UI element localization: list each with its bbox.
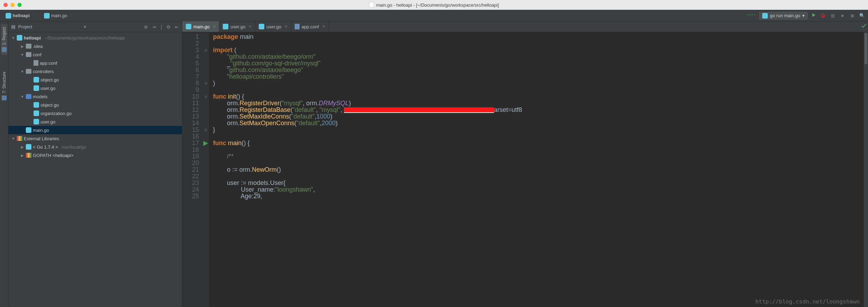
close-window-button[interactable] bbox=[3, 3, 8, 7]
expand-arrow-icon[interactable]: ▼ bbox=[11, 36, 15, 40]
tree-item-label: models bbox=[33, 94, 47, 99]
tree-item[interactable]: ▶.idea bbox=[8, 42, 182, 50]
gopher-icon bbox=[762, 13, 768, 19]
build-indicator-icon[interactable]: ⁰¹⁰¹ bbox=[746, 13, 756, 18]
minimize-window-button[interactable] bbox=[10, 3, 15, 7]
analysis-ok-icon[interactable] bbox=[861, 23, 867, 29]
toolbar-right: ⁰¹⁰¹ go run main.go ▾ 🐞 ▦ ■ ▣ 🔍 bbox=[746, 12, 865, 20]
expand-arrow-icon[interactable]: ▶ bbox=[20, 154, 24, 157]
editor-tab[interactable]: user.go× bbox=[219, 21, 255, 32]
fold-toggle[interactable]: ⊖ bbox=[203, 47, 209, 53]
editor-tab[interactable]: main.go× bbox=[182, 21, 219, 32]
tree-item[interactable]: ▼controllers bbox=[8, 67, 182, 76]
file-icon bbox=[369, 2, 374, 8]
breadcrumb-file[interactable]: main.go 〉 bbox=[41, 12, 77, 20]
hide-panel-icon[interactable]: ⇤ bbox=[175, 24, 179, 30]
run-config-selector[interactable]: go run main.go ▾ bbox=[759, 12, 808, 20]
fold-toggle[interactable]: ⊖ bbox=[203, 80, 209, 87]
fold-toggle bbox=[203, 180, 209, 186]
gopher-icon bbox=[34, 85, 39, 91]
tree-item-label: object.go bbox=[41, 102, 59, 108]
close-tab-icon[interactable]: × bbox=[285, 24, 287, 29]
collapse-icon[interactable]: ⇸ bbox=[152, 24, 156, 30]
structure-tool-icon bbox=[2, 95, 7, 100]
tree-item[interactable]: ▶user.go bbox=[8, 117, 182, 126]
run-button[interactable] bbox=[811, 13, 816, 19]
tree-item-label: .idea bbox=[33, 44, 43, 49]
tree-item[interactable]: ▼conf bbox=[8, 50, 182, 59]
gopher-icon bbox=[26, 127, 31, 133]
editor-tab[interactable]: app.conf× bbox=[291, 21, 329, 32]
window-title: main.go - helloapi - [~/Documents/go/wor… bbox=[369, 2, 499, 8]
tree-external-label: External Libraries bbox=[24, 136, 59, 141]
expand-arrow-icon[interactable]: ▼ bbox=[11, 137, 15, 141]
fold-column[interactable]: ⊖⊖⊖⊖⊖ bbox=[203, 32, 209, 307]
fold-toggle bbox=[203, 133, 209, 140]
locate-icon[interactable]: ⊕ bbox=[144, 24, 148, 30]
tree-item-label: conf bbox=[33, 52, 42, 57]
project-tree[interactable]: ▼ helloapi ~/Documents/go/workspace/src/… bbox=[8, 32, 182, 307]
tree-external-libs[interactable]: ▼ External Libraries bbox=[8, 134, 182, 143]
fold-toggle[interactable]: ⊖ bbox=[203, 127, 209, 133]
tree-item[interactable]: ▶app.conf bbox=[8, 59, 182, 67]
code-content[interactable]: package mainimport ( "github.com/astaxie… bbox=[209, 32, 868, 307]
tree-item[interactable]: ▶object.go bbox=[8, 76, 182, 84]
fold-toggle bbox=[203, 73, 209, 80]
divider: | bbox=[161, 24, 162, 30]
fold-toggle[interactable]: ⊖ bbox=[203, 93, 209, 100]
fold-toggle bbox=[203, 100, 209, 107]
scrollbar-thumb[interactable] bbox=[865, 33, 867, 64]
expand-arrow-icon[interactable]: ▶ bbox=[20, 145, 24, 149]
expand-arrow-icon[interactable]: ▼ bbox=[20, 95, 24, 99]
settings-gear-icon[interactable]: ⚙ bbox=[166, 24, 171, 30]
gopher-icon bbox=[34, 119, 39, 124]
tool-tab-project[interactable]: 1: Project bbox=[1, 24, 7, 55]
tool-tab-structure[interactable]: 7: Structure bbox=[1, 69, 7, 103]
code-editor[interactable]: 1234567891011121314151617181920212223242… bbox=[182, 32, 868, 307]
editor-tab[interactable]: user.go× bbox=[255, 21, 291, 32]
search-button[interactable]: 🔍 bbox=[859, 13, 865, 19]
fold-toggle bbox=[203, 107, 209, 113]
dropdown-arrow-icon: ▾ bbox=[802, 13, 805, 18]
zoom-window-button[interactable] bbox=[17, 3, 22, 7]
breadcrumb-file-label: main.go bbox=[51, 13, 67, 18]
vertical-scrollbar[interactable] bbox=[864, 32, 868, 307]
breadcrumbs: helloapi 〉 main.go 〉 bbox=[3, 12, 77, 20]
chevron-right-icon: 〉 bbox=[70, 13, 74, 19]
close-tab-icon[interactable]: × bbox=[213, 24, 215, 29]
coverage-button[interactable]: ▦ bbox=[830, 13, 836, 19]
tree-item[interactable]: ▶object.go bbox=[8, 101, 182, 109]
fold-toggle bbox=[203, 53, 209, 60]
tree-item-label: user.go bbox=[41, 86, 56, 91]
expand-arrow-icon[interactable]: ▼ bbox=[20, 53, 24, 57]
tab-label: user.go bbox=[266, 24, 281, 29]
breadcrumb-project[interactable]: helloapi 〉 bbox=[3, 12, 40, 20]
tree-item[interactable]: ▶organization.go bbox=[8, 109, 182, 117]
fold-toggle bbox=[203, 40, 209, 47]
tree-go-sdk[interactable]: ▶ < Go 1.7.4 > /usr/local/go bbox=[8, 143, 182, 151]
run-gutter-icon[interactable]: ▶ bbox=[203, 140, 209, 147]
window-title-text: main.go - helloapi - [~/Documents/go/wor… bbox=[376, 2, 499, 8]
layout-button[interactable]: ▣ bbox=[849, 13, 855, 19]
close-tab-icon[interactable]: × bbox=[322, 24, 325, 29]
project-panel-header: ▤ Project ▾ ⊕ ⇸ | ⚙ ⇤ bbox=[8, 22, 182, 32]
close-tab-icon[interactable]: × bbox=[249, 24, 251, 29]
tree-item-label: object.go bbox=[41, 77, 59, 83]
tree-go-sdk-label: < Go 1.7.4 > bbox=[33, 144, 58, 150]
tree-item[interactable]: ▶main.go bbox=[8, 126, 182, 134]
conf-file-icon bbox=[34, 60, 38, 66]
tree-root-path: ~/Documents/go/workspace/src/helloapi bbox=[44, 35, 125, 41]
tree-item-label: user.go bbox=[41, 119, 56, 124]
titlebar: main.go - helloapi - [~/Documents/go/wor… bbox=[0, 0, 868, 10]
expand-arrow-icon[interactable]: ▼ bbox=[20, 70, 24, 73]
dropdown-arrow-icon[interactable]: ▾ bbox=[84, 24, 86, 29]
tree-item[interactable]: ▶user.go bbox=[8, 84, 182, 92]
debug-button[interactable]: 🐞 bbox=[820, 13, 826, 19]
tree-root[interactable]: ▼ helloapi ~/Documents/go/workspace/src/… bbox=[8, 34, 182, 42]
tree-gopath[interactable]: ▶ GOPATH <helloapi> bbox=[8, 151, 182, 159]
expand-arrow-icon[interactable]: ▶ bbox=[20, 44, 24, 48]
editor-tabs: main.go×user.go×user.go×app.conf× bbox=[182, 22, 868, 32]
tree-item-label: app.conf bbox=[40, 60, 57, 66]
tree-item[interactable]: ▼models bbox=[8, 92, 182, 101]
stop-button[interactable]: ■ bbox=[839, 13, 846, 19]
